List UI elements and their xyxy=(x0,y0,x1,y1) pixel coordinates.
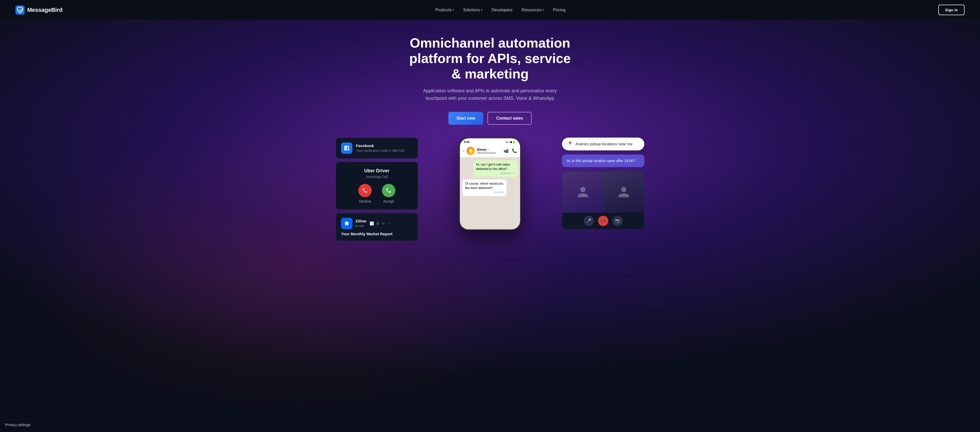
chat-actions: 📹 📞 xyxy=(504,148,517,153)
search-card: 📍 Aramex pickup locations near me xyxy=(562,138,644,151)
mail-icon[interactable]: ✉ xyxy=(382,221,385,226)
chevron-icon: ▾ xyxy=(542,8,544,11)
msg-time-1: 10:23 PM ✓✓ xyxy=(476,172,515,175)
hero-title: Omnichannel automation platform for APIs… xyxy=(402,35,578,81)
message-sent: Hi, can I get 6 cafe lattes delivered to… xyxy=(474,160,517,177)
chat-name: Glovo ✓ xyxy=(477,148,496,151)
zillow-text: Zillow to me xyxy=(355,219,366,228)
logo[interactable]: MessageBird xyxy=(16,5,62,15)
participant-1 xyxy=(562,172,603,213)
back-arrow-icon[interactable]: ‹ xyxy=(463,148,465,154)
audio-call-icon[interactable]: 📞 xyxy=(512,148,517,153)
nav-pricing[interactable]: Pricing xyxy=(553,8,566,12)
call-action-buttons: Decline Accept xyxy=(341,184,412,203)
zillow-subtitle: to me xyxy=(355,224,366,228)
hangup-button[interactable]: 📵 xyxy=(598,216,608,226)
uber-call-card: Uber Driver Incoming Call Decline xyxy=(336,162,418,210)
contact-sales-button[interactable]: Contact sales xyxy=(487,112,532,125)
archive-icon[interactable]: ⬜ xyxy=(370,221,374,226)
decline-btn-wrap: Decline xyxy=(358,184,372,203)
facebook-notif-text: Facebook Your verification code is 384 5… xyxy=(356,143,404,152)
left-cards: Facebook Your verification code is 384 5… xyxy=(336,138,418,241)
chat-messages: Hi, can I get 6 cafe lattes delivered to… xyxy=(460,157,520,229)
phone-time: 9:41 xyxy=(464,140,470,143)
hero-section: Omnichannel automation platform for APIs… xyxy=(0,20,980,432)
navbar: MessageBird Products ▾ Solutions ▾ Devel… xyxy=(0,0,980,20)
chat-avatar xyxy=(466,147,475,155)
message-received: Of course, where would you like them del… xyxy=(463,179,506,196)
chat-name-wrap: Glovo ✓ Official Business xyxy=(477,148,496,154)
nav-resources[interactable]: Resources ▾ xyxy=(522,8,544,12)
zillow-card: Zillow to me ⬜ 🗑 ✉ ⋯ Your Monthly Market… xyxy=(336,213,418,241)
answer-text: Hi, is this pickup location open after 1… xyxy=(566,159,635,163)
camera-button[interactable]: 📷 xyxy=(612,216,623,226)
nav-solutions[interactable]: Solutions ▾ xyxy=(463,8,482,12)
nav-developers[interactable]: Developers xyxy=(492,8,512,12)
logo-text: MessageBird xyxy=(27,7,62,13)
phone-signals: ▪▪▪ ◀ 🔋 xyxy=(506,140,516,144)
zillow-title: Zillow xyxy=(355,219,366,223)
decline-button[interactable] xyxy=(358,184,372,197)
chat-status: Official Business xyxy=(477,151,496,154)
facebook-title: Facebook xyxy=(356,143,404,148)
map-pin-icon: 📍 xyxy=(567,141,573,147)
phone-status-bar: 9:41 ▪▪▪ ◀ 🔋 xyxy=(460,138,520,145)
video-participants xyxy=(562,172,644,213)
phone-frame: 9:41 ▪▪▪ ◀ 🔋 ‹ Glovo ✓ xyxy=(459,138,521,230)
chevron-icon: ▾ xyxy=(452,8,454,11)
mic-button[interactable]: 🎤 xyxy=(584,216,594,226)
hero-subtitle: Application software and APIs to automat… xyxy=(418,87,562,102)
nav-links: Products ▾ Solutions ▾ Developers Resour… xyxy=(435,8,565,12)
participant-2 xyxy=(603,172,644,213)
signin-button[interactable]: Sign in xyxy=(938,5,964,15)
video-controls: 🎤 📵 📷 xyxy=(562,213,644,229)
chevron-icon: ▾ xyxy=(481,8,482,11)
uber-call-title: Uber Driver xyxy=(341,168,412,173)
zillow-icon xyxy=(341,218,352,229)
nav-products[interactable]: Products ▾ xyxy=(435,8,454,12)
zillow-actions: ⬜ 🗑 ✉ ⋯ xyxy=(370,221,390,226)
accept-label: Accept xyxy=(383,199,394,203)
search-query: Aramex pickup locations near me xyxy=(575,142,633,146)
facebook-icon xyxy=(341,143,352,154)
facebook-notification: Facebook Your verification code is 384 5… xyxy=(336,138,418,159)
right-cards: 📍 Aramex pickup locations near me Hi, is… xyxy=(562,138,644,229)
more-icon[interactable]: ⋯ xyxy=(387,221,390,226)
accept-button[interactable] xyxy=(382,184,395,197)
facebook-message: Your verification code is 384 510 xyxy=(356,149,404,152)
answer-card: Hi, is this pickup location open after 1… xyxy=(562,154,644,167)
hero-content: Omnichannel automation platform for APIs… xyxy=(402,35,578,125)
hero-buttons: Start now Contact sales xyxy=(402,112,578,125)
privacy-settings-link[interactable]: Privacy settings xyxy=(5,423,30,427)
zillow-message: Your Monthly Market Report xyxy=(341,232,412,236)
video-call-icon[interactable]: 📹 xyxy=(504,148,509,153)
accept-btn-wrap: Accept xyxy=(382,184,395,203)
video-call-card: 🎤 📵 📷 xyxy=(562,171,644,229)
uber-call-subtitle: Incoming Call xyxy=(341,175,412,179)
delete-icon[interactable]: 🗑 xyxy=(376,221,380,226)
demo-cards: Facebook Your verification code is 384 5… xyxy=(336,138,644,241)
phone-chat-header: ‹ Glovo ✓ Official Business xyxy=(460,145,520,157)
decline-label: Decline xyxy=(359,199,371,203)
phone-mockup: 9:41 ▪▪▪ ◀ 🔋 ‹ Glovo ✓ xyxy=(423,138,557,230)
logo-icon xyxy=(16,5,25,15)
start-now-button[interactable]: Start now xyxy=(448,112,484,125)
video-preview xyxy=(562,172,644,213)
zillow-header: Zillow to me ⬜ 🗑 ✉ ⋯ xyxy=(341,218,412,229)
msg-time-2: 10:23 PM xyxy=(465,191,504,194)
